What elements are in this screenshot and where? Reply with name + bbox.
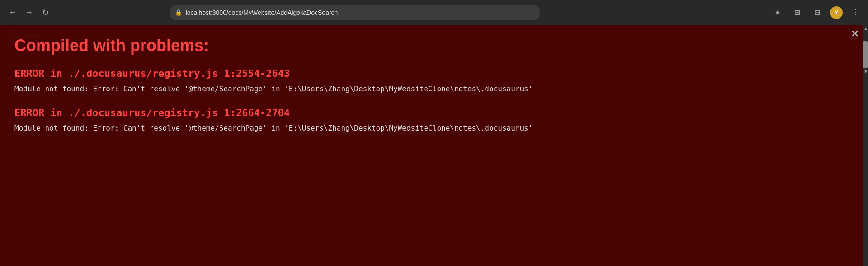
browser-chrome: ← → ↻ 🔒 localhost:3000/docs/MyWebsite/Ad… xyxy=(0,0,868,25)
menu-button[interactable]: ⋮ xyxy=(848,5,863,20)
page-background: Zhang 计算机 一些链接 Git 学习 单片机学习 软件 Win10 网站 … xyxy=(0,25,868,266)
scrollbar[interactable]: ▲ ▼ xyxy=(863,25,868,266)
close-button[interactable]: ✕ xyxy=(851,29,859,39)
error-title-1: ERROR in ./.docusaurus/registry.js 1:255… xyxy=(14,68,854,79)
profile-button[interactable]: Y xyxy=(830,6,843,19)
bookmark-button[interactable]: ★ xyxy=(770,5,785,20)
browser-actions: ★ ⊞ ⊟ Y ⋮ xyxy=(770,5,863,20)
forward-button[interactable]: → xyxy=(22,5,36,20)
url-text: localhost:3000/docs/MyWebsite/AddAlgolia… xyxy=(186,9,338,16)
back-button[interactable]: ← xyxy=(5,5,20,20)
scrollbar-up-arrow[interactable]: ▲ xyxy=(863,25,868,32)
error-message-1: Module not found: Error: Can't resolve '… xyxy=(14,84,854,94)
scrollbar-thumb[interactable] xyxy=(863,41,868,68)
error-block-2: ERROR in ./.docusaurus/registry.js 1:266… xyxy=(14,107,854,134)
error-message-2: Module not found: Error: Can't resolve '… xyxy=(14,123,854,134)
nav-buttons: ← → ↻ xyxy=(5,5,52,20)
compiled-heading: Compiled with problems: xyxy=(14,36,854,55)
error-title-2: ERROR in ./.docusaurus/registry.js 1:266… xyxy=(14,107,854,118)
extensions-button[interactable]: ⊞ xyxy=(790,5,805,20)
error-block-1: ERROR in ./.docusaurus/registry.js 1:255… xyxy=(14,68,854,94)
error-overlay: ✕ Compiled with problems: ERROR in ./.do… xyxy=(0,25,868,266)
scrollbar-down-arrow[interactable]: ▼ xyxy=(863,68,868,75)
refresh-button[interactable]: ↻ xyxy=(38,5,52,20)
address-bar[interactable]: 🔒 localhost:3000/docs/MyWebsite/AddAlgol… xyxy=(170,5,540,20)
lock-icon: 🔒 xyxy=(175,9,182,16)
tab-manager-button[interactable]: ⊟ xyxy=(810,5,825,20)
